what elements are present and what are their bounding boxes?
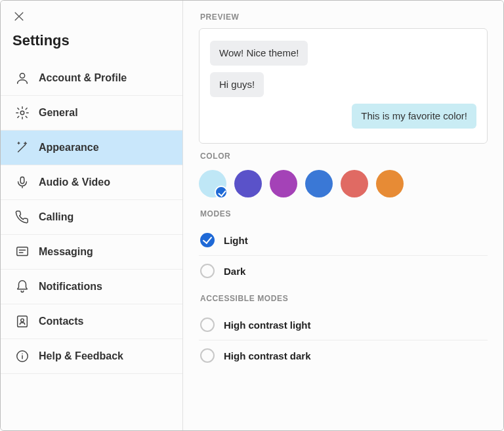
accessible-mode-label: High contrast dark bbox=[224, 350, 311, 361]
color-swatch-2[interactable] bbox=[270, 170, 297, 197]
sidebar-item-label: Calling bbox=[39, 211, 74, 223]
accessible-mode-label: High contrast light bbox=[224, 319, 311, 331]
contacts-icon bbox=[15, 314, 30, 329]
sidebar-item-label: Help & Feedback bbox=[39, 350, 123, 362]
accessible-mode-option[interactable]: High contrast light bbox=[199, 310, 488, 340]
preview-section-label: PREVIEW bbox=[200, 12, 488, 22]
sidebar-item-appearance[interactable]: Appearance bbox=[1, 131, 182, 165]
modes-list: LightDark bbox=[199, 225, 488, 286]
sidebar-item-help[interactable]: Help & Feedback bbox=[1, 339, 182, 374]
radio-icon bbox=[200, 233, 215, 247]
preview-message-incoming: Hi guys! bbox=[210, 72, 264, 97]
sidebar-item-notifications[interactable]: Notifications bbox=[1, 270, 182, 304]
svg-point-1 bbox=[20, 111, 24, 115]
sidebar-item-general[interactable]: General bbox=[1, 96, 182, 131]
preview-message-incoming: Wow! Nice theme! bbox=[210, 41, 308, 66]
sidebar-item-calling[interactable]: Calling bbox=[1, 200, 182, 235]
sidebar-item-label: Messaging bbox=[39, 246, 93, 258]
gear-icon bbox=[15, 106, 30, 120]
color-swatch-0[interactable] bbox=[199, 170, 226, 197]
settings-sidebar: Settings Account & Profile General Appea… bbox=[1, 1, 183, 430]
bell-icon bbox=[15, 279, 30, 294]
sidebar-item-label: Audio & Video bbox=[39, 176, 110, 188]
color-swatch-4[interactable] bbox=[341, 170, 368, 197]
color-swatch-1[interactable] bbox=[234, 170, 262, 197]
mode-option[interactable]: Dark bbox=[199, 256, 488, 286]
sidebar-item-label: Account & Profile bbox=[39, 72, 127, 84]
sidebar-item-label: General bbox=[39, 107, 78, 119]
mode-label: Dark bbox=[224, 266, 245, 277]
svg-rect-2 bbox=[20, 177, 24, 184]
preview-message-outgoing: This is my favorite color! bbox=[352, 104, 476, 129]
sidebar-item-label: Notifications bbox=[39, 281, 102, 293]
svg-point-0 bbox=[20, 73, 24, 78]
settings-nav: Account & Profile General Appearance Aud… bbox=[1, 61, 182, 374]
radio-icon bbox=[200, 348, 215, 363]
wand-icon bbox=[15, 140, 30, 155]
svg-rect-3 bbox=[17, 247, 28, 256]
close-icon[interactable] bbox=[12, 10, 26, 23]
svg-point-5 bbox=[21, 319, 24, 322]
sidebar-item-contacts[interactable]: Contacts bbox=[1, 304, 182, 339]
sidebar-item-messaging[interactable]: Messaging bbox=[1, 235, 182, 270]
sidebar-item-label: Contacts bbox=[39, 316, 83, 327]
color-swatch-5[interactable] bbox=[376, 170, 404, 197]
radio-icon bbox=[200, 264, 215, 278]
appearance-panel: PREVIEW Wow! Nice theme! Hi guys! This i… bbox=[183, 1, 503, 430]
color-swatch-3[interactable] bbox=[305, 170, 333, 197]
microphone-icon bbox=[15, 175, 30, 190]
info-icon bbox=[15, 349, 30, 363]
radio-icon bbox=[200, 318, 215, 332]
sidebar-item-account[interactable]: Account & Profile bbox=[1, 61, 182, 96]
settings-title: Settings bbox=[1, 30, 182, 61]
color-section-label: COLOR bbox=[200, 152, 488, 161]
mode-option[interactable]: Light bbox=[199, 225, 488, 256]
modes-section-label: MODES bbox=[200, 209, 488, 218]
theme-preview: Wow! Nice theme! Hi guys! This is my fav… bbox=[199, 28, 488, 144]
accessible-modes-list: High contrast lightHigh contrast dark bbox=[199, 310, 488, 371]
sidebar-item-label: Appearance bbox=[39, 142, 99, 154]
phone-icon bbox=[15, 210, 30, 224]
sidebar-item-audio-video[interactable]: Audio & Video bbox=[1, 165, 182, 200]
accessible-mode-option[interactable]: High contrast dark bbox=[199, 340, 488, 371]
person-icon bbox=[15, 71, 30, 85]
color-swatch-row bbox=[199, 167, 488, 201]
accessible-modes-section-label: ACCESSIBLE MODES bbox=[200, 294, 488, 303]
mode-label: Light bbox=[224, 235, 248, 246]
message-icon bbox=[15, 245, 30, 259]
